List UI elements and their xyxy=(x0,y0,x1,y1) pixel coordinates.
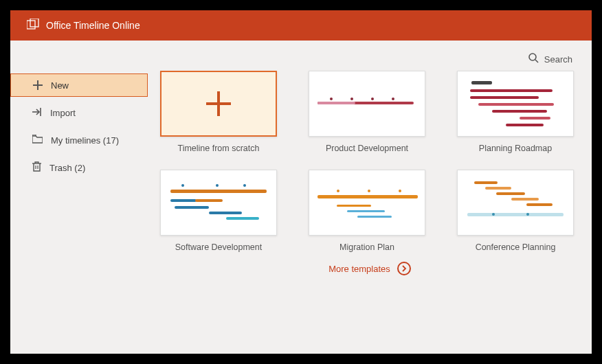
sidebar: New Import xyxy=(10,71,148,354)
folder-icon xyxy=(32,135,51,146)
search-button[interactable]: Search xyxy=(10,41,592,71)
template-label: Timeline from scratch xyxy=(177,144,259,153)
trash-icon xyxy=(32,161,49,174)
app-window: Office Timeline Online Search New xyxy=(10,10,592,354)
template-grid-wrap: Timeline from scratch Product Developmen… xyxy=(148,71,592,354)
sidebar-item-import[interactable]: Import xyxy=(10,101,148,124)
template-label: Migration Plan xyxy=(339,242,394,252)
template-label: Conference Planning xyxy=(476,242,556,252)
svg-rect-1 xyxy=(30,19,38,27)
template-label: Software Development xyxy=(175,242,262,252)
sidebar-item-label: Import xyxy=(50,108,76,118)
more-templates-button[interactable]: More templates xyxy=(160,252,579,282)
app-body: Search New Import xyxy=(10,41,592,354)
svg-rect-0 xyxy=(27,21,35,29)
template-thumb xyxy=(309,71,425,137)
sidebar-item-trash[interactable]: Trash (2) xyxy=(10,156,148,179)
svg-point-2 xyxy=(529,54,536,60)
template-thumb xyxy=(309,170,425,236)
template-tile-scratch[interactable]: Timeline from scratch xyxy=(160,71,277,153)
more-templates-label: More templates xyxy=(328,264,390,274)
plus-icon xyxy=(206,91,231,116)
template-label: Product Development xyxy=(326,144,408,153)
template-thumb xyxy=(160,71,277,137)
app-logo-icon xyxy=(27,19,46,32)
sidebar-item-label: My timelines (17) xyxy=(51,135,119,146)
plus-icon xyxy=(33,80,43,90)
sidebar-item-label: Trash (2) xyxy=(49,163,85,173)
import-icon xyxy=(32,107,50,119)
template-tile-conference-planning[interactable]: Conference Planning xyxy=(457,170,574,252)
template-thumb xyxy=(457,71,574,137)
template-grid: Timeline from scratch Product Developmen… xyxy=(160,71,579,252)
template-tile-product-development[interactable]: Product Development xyxy=(309,71,425,153)
template-thumb xyxy=(160,170,277,236)
template-tile-migration-plan[interactable]: Migration Plan xyxy=(309,170,425,252)
template-label: Planning Roadmap xyxy=(479,144,552,153)
sidebar-item-label: New xyxy=(51,80,69,91)
app-header: Office Timeline Online xyxy=(10,10,592,41)
sidebar-item-new[interactable]: New xyxy=(10,73,148,97)
template-tile-software-development[interactable]: Software Development xyxy=(160,170,277,252)
search-label: Search xyxy=(544,54,572,65)
template-thumb xyxy=(457,170,574,236)
app-title: Office Timeline Online xyxy=(46,20,140,31)
chevron-right-icon xyxy=(397,262,411,275)
search-icon xyxy=(528,53,544,65)
template-tile-planning-roadmap[interactable]: Planning Roadmap xyxy=(457,71,574,153)
sidebar-item-mytimelines[interactable]: My timelines (17) xyxy=(10,128,148,152)
content-area: New Import xyxy=(10,71,592,354)
svg-line-3 xyxy=(535,60,538,62)
